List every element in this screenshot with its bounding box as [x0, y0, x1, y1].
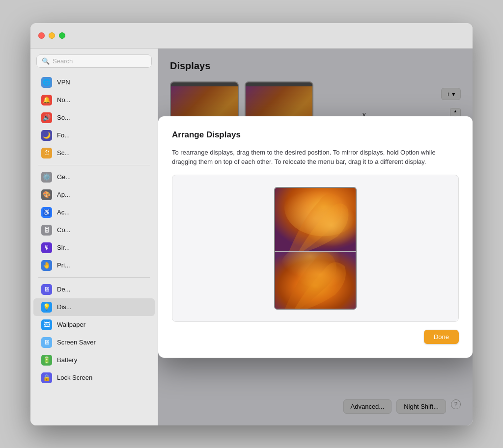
- maximize-button[interactable]: [59, 32, 65, 39]
- titlebar: [30, 23, 473, 49]
- modal-title: Arrange Displays: [172, 130, 459, 140]
- sidebar-label-lock-screen: Lock Screen: [57, 374, 92, 381]
- main-content: 🔍 Search 🌐 VPN 🔔 No... 🔊 So... 🌙 Fo...: [30, 49, 473, 425]
- focus-icon: 🌙: [41, 130, 52, 141]
- display-wallpaper-bottom: [275, 252, 356, 309]
- displays-icon: 💡: [41, 302, 52, 313]
- sidebar-item-battery[interactable]: 🔋 Battery: [33, 351, 155, 369]
- sidebar-label-focus: Fo...: [57, 132, 70, 139]
- sidebar-item-accessibility[interactable]: ♿ Ac...: [33, 204, 155, 221]
- arrange-display-top[interactable]: [274, 187, 357, 251]
- accessibility-icon: ♿: [41, 207, 52, 218]
- sidebar-label-vpn: VPN: [57, 79, 70, 86]
- sidebar-item-control-center[interactable]: 🎛 Co...: [33, 221, 155, 239]
- desktop-icon: 🖥: [41, 284, 52, 295]
- sidebar-label-sound: So...: [57, 114, 70, 121]
- display-wallpaper-top: [275, 188, 356, 251]
- vpn-icon: 🌐: [41, 77, 52, 88]
- modal-overlay: Arrange Displays To rearrange displays, …: [158, 49, 473, 425]
- sidebar-item-screen-saver[interactable]: 🖥 Screen Saver: [33, 334, 155, 351]
- sidebar-label-battery: Battery: [57, 356, 77, 364]
- traffic-lights: [38, 32, 65, 39]
- sidebar-label-displays: Dis...: [57, 303, 72, 311]
- sidebar-label-screen-time: Sc...: [57, 149, 70, 157]
- right-panel: Displays + ▾ y ▲ ▼: [158, 49, 473, 425]
- sidebar-label-control-center: Co...: [57, 226, 70, 234]
- sidebar-label-wallpaper: Wallpaper: [57, 321, 85, 328]
- sound-icon: 🔊: [41, 112, 52, 123]
- sidebar-label-accessibility: Ac...: [57, 209, 70, 216]
- arrange-display-bottom[interactable]: [274, 251, 357, 310]
- sidebar-item-privacy[interactable]: 🤚 Pri...: [33, 257, 155, 274]
- wallpaper-icon: 🖼: [41, 319, 52, 330]
- sidebar-item-displays[interactable]: 💡 Dis...: [33, 298, 155, 316]
- sidebar-label-appearance: Ap...: [57, 191, 70, 198]
- siri-icon: 🎙: [41, 242, 52, 253]
- search-placeholder: Search: [53, 57, 73, 65]
- sidebar-label-privacy: Pri...: [57, 262, 70, 269]
- sidebar-item-lock-screen[interactable]: 🔒 Lock Screen: [33, 369, 155, 387]
- minimize-button[interactable]: [49, 32, 55, 39]
- sidebar: 🔍 Search 🌐 VPN 🔔 No... 🔊 So... 🌙 Fo...: [30, 49, 158, 425]
- sidebar-label-screen-saver: Screen Saver: [57, 339, 96, 346]
- sidebar-label-general: Ge...: [57, 173, 71, 181]
- appearance-icon: 🎨: [41, 189, 52, 200]
- sidebar-item-sound[interactable]: 🔊 So...: [33, 109, 155, 127]
- screen-time-icon: ⏱: [41, 148, 52, 158]
- done-button[interactable]: Done: [424, 330, 459, 344]
- general-icon: ⚙️: [41, 172, 52, 183]
- display-arrange-container[interactable]: [274, 187, 357, 310]
- sidebar-separator-2: [38, 277, 150, 278]
- sidebar-item-appearance[interactable]: 🎨 Ap...: [33, 186, 155, 204]
- sidebar-item-vpn[interactable]: 🌐 VPN: [33, 74, 155, 91]
- control-center-icon: 🎛: [41, 225, 52, 236]
- sidebar-item-general[interactable]: ⚙️ Ge...: [33, 168, 155, 186]
- battery-icon: 🔋: [41, 355, 52, 366]
- modal-footer: Done: [172, 330, 459, 344]
- sidebar-label-desktop: De...: [57, 286, 70, 293]
- modal-display-area: [172, 175, 459, 322]
- close-button[interactable]: [38, 32, 45, 39]
- sidebar-item-focus[interactable]: 🌙 Fo...: [33, 127, 155, 144]
- modal-description: To rearrange displays, drag them to the …: [172, 148, 459, 167]
- search-icon: 🔍: [42, 57, 50, 65]
- screen-saver-icon: 🖥: [41, 337, 52, 348]
- sidebar-separator-1: [38, 165, 150, 165]
- sidebar-item-desktop-dock[interactable]: 🖥 De...: [33, 281, 155, 298]
- sidebar-label-notifications: No...: [57, 96, 70, 104]
- arrange-displays-modal: Arrange Displays To rearrange displays, …: [158, 116, 473, 358]
- privacy-icon: 🤚: [41, 260, 52, 271]
- sidebar-label-siri: Sir...: [57, 244, 70, 251]
- search-bar[interactable]: 🔍 Search: [36, 54, 152, 68]
- sidebar-item-notifications[interactable]: 🔔 No...: [33, 91, 155, 109]
- notifications-icon: 🔔: [41, 95, 52, 105]
- lock-screen-icon: 🔒: [41, 372, 52, 383]
- sidebar-item-screen-time[interactable]: ⏱ Sc...: [33, 144, 155, 162]
- sidebar-item-siri[interactable]: 🎙 Sir...: [33, 239, 155, 257]
- sidebar-item-wallpaper[interactable]: 🖼 Wallpaper: [33, 316, 155, 334]
- main-window: 🔍 Search 🌐 VPN 🔔 No... 🔊 So... 🌙 Fo...: [30, 23, 473, 425]
